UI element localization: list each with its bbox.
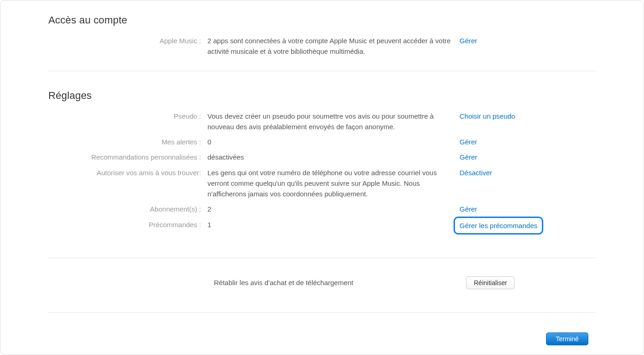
preorders-label: Précommandes :: [48, 219, 207, 230]
alerts-label: Mes alertes :: [48, 137, 207, 147]
apple-music-label: Apple Music :: [48, 35, 207, 46]
settings-divider: [48, 258, 596, 258]
preorders-value: 1: [207, 219, 460, 230]
friends-row: Autoriser vos amis à vous trouver: Les g…: [48, 167, 596, 200]
friends-label: Autoriser vos amis à vous trouver:: [48, 167, 207, 178]
section-divider: [48, 71, 596, 71]
settings-window: Accès au compte Apple Music : 2 apps son…: [0, 0, 644, 355]
subscriptions-manage-link[interactable]: Gérer: [460, 204, 477, 214]
subscriptions-value: 2: [207, 204, 460, 214]
subscriptions-row: Abonnement(s) : 2 Gérer: [48, 204, 596, 214]
friends-disable-link[interactable]: Désactiver: [460, 167, 492, 178]
apple-music-value: 2 apps sont connectées à votre compte Ap…: [207, 35, 460, 57]
recommendations-label: Recommandations personnalisées :: [48, 152, 207, 162]
footer: Terminé: [546, 332, 588, 345]
recommendations-manage-link[interactable]: Gérer: [460, 152, 477, 162]
done-button[interactable]: Terminé: [546, 332, 588, 345]
manage-preorders-link[interactable]: Gérer les précommandes: [454, 217, 543, 235]
pseudo-value: Vous devez créer un pseudo pour soumettr…: [207, 111, 460, 132]
apple-music-manage-link[interactable]: Gérer: [460, 35, 477, 46]
recommendations-value: désactivées: [207, 152, 460, 162]
reset-text: Rétablir les avis d'achat et de téléchar…: [214, 279, 466, 286]
apple-music-row: Apple Music : 2 apps sont connectées à v…: [48, 35, 596, 57]
reset-row: Rétablir les avis d'achat et de téléchar…: [48, 276, 596, 289]
content-area: Accès au compte Apple Music : 2 apps son…: [48, 14, 596, 313]
alerts-value: 0: [207, 137, 460, 147]
pseudo-label: Pseudo :: [48, 111, 207, 121]
alerts-row: Mes alertes : 0 Gérer: [48, 137, 596, 147]
subscriptions-label: Abonnement(s) :: [48, 204, 207, 214]
preorders-row: Précommandes : 1 Gérer les précommandes: [48, 219, 596, 235]
reset-button[interactable]: Réinitialiser: [466, 276, 515, 289]
recommendations-row: Recommandations personnalisées : désacti…: [48, 152, 596, 162]
account-access-title: Accès au compte: [48, 14, 596, 26]
friends-value: Les gens qui ont votre numéro de télépho…: [207, 167, 460, 200]
pseudo-row: Pseudo : Vous devez créer un pseudo pour…: [48, 111, 596, 132]
settings-title: Réglages: [48, 90, 596, 102]
alerts-manage-link[interactable]: Gérer: [460, 137, 477, 147]
footer-divider: [48, 312, 596, 313]
choose-pseudo-link[interactable]: Choisir un pseudo: [460, 111, 515, 121]
